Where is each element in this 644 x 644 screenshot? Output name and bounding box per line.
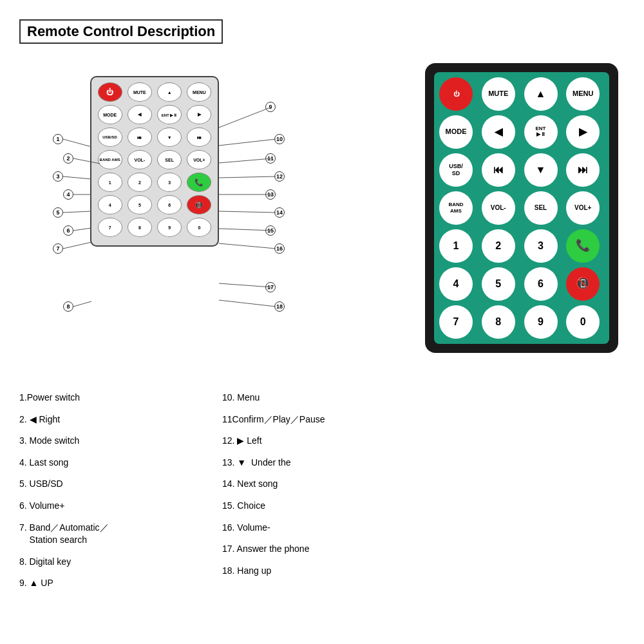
btn-8[interactable]: 8 (128, 218, 152, 237)
btn-mode[interactable]: MODE (98, 105, 122, 124)
btn-0[interactable]: 0 (187, 218, 211, 237)
callout-10: 10 (274, 134, 285, 144)
btn-ent[interactable]: ENT ▶⏸ (157, 105, 182, 124)
real-btn-2[interactable]: 2 (482, 229, 515, 263)
btn-down[interactable]: ▼ (157, 128, 182, 147)
btn-9[interactable]: 9 (157, 218, 182, 237)
btn-vol-minus[interactable]: VOL- (128, 150, 152, 169)
desc-item-12: 12. ▶ Left (222, 435, 412, 448)
btn-next[interactable]: ⏭ (187, 128, 211, 147)
page: Remote Control Description ⏻ MUTE ▲ MENU (0, 0, 644, 644)
callout-15: 15 (265, 225, 276, 236)
real-btn-9[interactable]: 9 (524, 305, 558, 339)
remote-row-2: MODE ◀ ENT ▶⏸ ▶ (97, 105, 213, 124)
btn-band[interactable]: BAND AMS (98, 150, 122, 169)
btn-4[interactable]: 4 (98, 195, 122, 214)
btn-menu[interactable]: MENU (187, 82, 211, 102)
real-btn-vol-plus[interactable]: VOL+ (566, 191, 600, 225)
desc-item-6: 6. Volume+ (19, 500, 209, 513)
desc-col-right: 10. Menu 11Confirm／Play／Pause 12. ▶ Left… (222, 392, 412, 599)
callout-5: 5 (53, 207, 63, 218)
desc-item-14: 14. Next song (222, 478, 412, 491)
btn-right-arrow[interactable]: ▶ (187, 105, 211, 124)
btn-call[interactable]: 📞 (187, 173, 211, 192)
btn-3[interactable]: 3 (157, 173, 182, 192)
btn-vol-plus[interactable]: VOL+ (187, 150, 211, 169)
desc-item-17: 17. Answer the phone (222, 543, 412, 556)
real-btn-6[interactable]: 6 (524, 267, 558, 301)
remote-row-5: 1 2 3 📞 (97, 173, 213, 192)
desc-item-9: 9. ▲ UP (19, 577, 209, 590)
real-btn-ent[interactable]: ENT▶⏸ (524, 115, 558, 149)
real-btn-call[interactable]: 📞 (566, 229, 600, 263)
real-btn-4[interactable]: 4 (439, 267, 473, 301)
svg-line-14 (219, 229, 272, 231)
svg-line-5 (73, 228, 91, 231)
diagram-section: ⏻ MUTE ▲ MENU MODE ◀ ENT ▶⏸ ▶ (19, 63, 290, 379)
real-btn-prev[interactable]: ⏮ (482, 153, 515, 187)
callout-8: 8 (63, 301, 73, 312)
real-btn-band[interactable]: BANDAMS (439, 191, 473, 225)
callout-1: 1 (53, 134, 63, 144)
real-btn-left[interactable]: ◀ (482, 115, 515, 149)
callout-3: 3 (53, 171, 63, 182)
svg-line-8 (219, 107, 272, 128)
real-btn-3[interactable]: 3 (524, 229, 558, 263)
real-btn-vol-minus[interactable]: VOL- (482, 191, 515, 225)
desc-item-5: 5. USB/SD (19, 478, 209, 491)
btn-sel[interactable]: SEL (157, 150, 182, 169)
btn-prev[interactable]: ⏮ (128, 128, 152, 147)
btn-usb[interactable]: USB/SD (98, 128, 122, 147)
real-btn-8[interactable]: 8 (482, 305, 515, 339)
svg-line-13 (219, 211, 276, 213)
callout-9: 9 (265, 102, 276, 112)
real-btn-mute[interactable]: MUTE (482, 77, 515, 111)
svg-line-15 (219, 243, 276, 249)
real-btn-next[interactable]: ⏭ (566, 153, 600, 187)
btn-mute[interactable]: MUTE (128, 82, 152, 102)
svg-line-16 (219, 283, 272, 287)
real-btn-menu[interactable]: MENU (566, 77, 600, 111)
real-btn-1[interactable]: 1 (439, 229, 473, 263)
remote-row-1: ⏻ MUTE ▲ MENU (97, 82, 213, 102)
btn-1[interactable]: 1 (98, 173, 122, 192)
btn-5[interactable]: 5 (128, 195, 152, 214)
callout-6: 6 (63, 225, 73, 236)
real-btn-sel[interactable]: SEL (524, 191, 558, 225)
btn-hangup[interactable]: 📵 (187, 195, 211, 214)
desc-item-11: 11Confirm／Play／Pause (222, 413, 412, 426)
real-btn-7[interactable]: 7 (439, 305, 473, 339)
desc-item-15: 15. Choice (222, 500, 412, 513)
title: Remote Control Description (19, 19, 223, 44)
real-remote-section: ⏻ MUTE ▲ MENU MODE ◀ ENT▶⏸ ▶ USB/SD ⏮ ▼ … (425, 63, 625, 599)
desc-item-18: 18. Hang up (222, 565, 412, 578)
btn-left-arrow[interactable]: ◀ (128, 105, 152, 124)
btn-7[interactable]: 7 (98, 218, 122, 237)
real-btn-5[interactable]: 5 (482, 267, 515, 301)
desc-col-left: 1.Power switch 2. ◀ Right 3. Mode switch… (19, 392, 209, 599)
real-btn-hangup[interactable]: 📵 (566, 267, 600, 301)
svg-line-11 (219, 176, 276, 178)
btn-power[interactable]: ⏻ (98, 82, 122, 102)
callout-11: 11 (265, 153, 276, 164)
btn-up[interactable]: ▲ (157, 82, 182, 102)
real-btn-right[interactable]: ▶ (566, 115, 600, 149)
real-btn-down[interactable]: ▼ (524, 153, 558, 187)
real-btn-0[interactable]: 0 (566, 305, 600, 339)
callout-4: 4 (63, 189, 73, 200)
btn-2[interactable]: 2 (128, 173, 152, 192)
remote-row-4: BAND AMS VOL- SEL VOL+ (97, 150, 213, 169)
callout-12: 12 (274, 171, 285, 182)
real-btn-up[interactable]: ▲ (524, 77, 558, 111)
callout-18: 18 (274, 301, 285, 312)
real-btn-usb[interactable]: USB/SD (439, 153, 473, 187)
desc-item-4: 4. Last song (19, 457, 209, 469)
svg-line-9 (219, 139, 276, 146)
callout-13: 13 (265, 189, 276, 200)
real-btn-mode[interactable]: MODE (439, 115, 473, 149)
svg-line-0 (63, 139, 91, 147)
real-btn-power[interactable]: ⏻ (439, 77, 473, 111)
svg-line-2 (63, 176, 91, 179)
callout-7: 7 (53, 243, 63, 254)
btn-6[interactable]: 6 (157, 195, 182, 214)
